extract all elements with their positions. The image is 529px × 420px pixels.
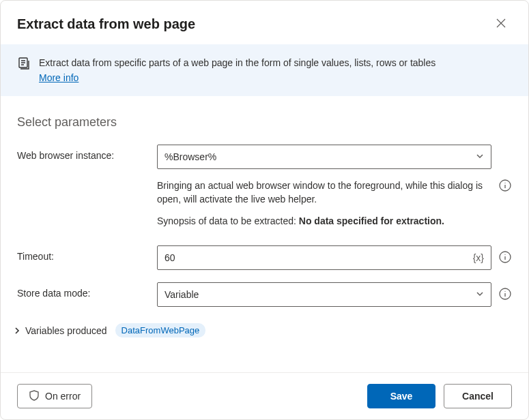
svg-point-6 <box>504 290 505 291</box>
footer-buttons: Save Cancel <box>367 384 512 408</box>
info-icon <box>499 179 511 194</box>
row-store: Store data mode: Variable <box>17 282 512 307</box>
dialog-content: Select parameters Web browser instance: … <box>1 96 528 372</box>
dialog-title: Extract data from web page <box>17 16 195 32</box>
variables-produced-expander[interactable]: Variables produced <box>13 325 107 336</box>
chevron-down-icon <box>476 151 484 162</box>
svg-point-4 <box>504 254 505 254</box>
more-info-link[interactable]: More info <box>39 71 78 85</box>
browser-info-button[interactable] <box>498 179 512 193</box>
banner-text: Extract data from specific parts of a we… <box>39 56 435 85</box>
chevron-down-icon <box>476 289 484 300</box>
extract-icon <box>17 57 31 70</box>
browser-helper-text: Bringing an actual web browser window to… <box>157 179 491 206</box>
label-timeout: Timeout: <box>17 245 157 262</box>
info-banner: Extract data from specific parts of a we… <box>1 44 528 96</box>
timeout-value: 60 <box>165 252 175 263</box>
synopsis-value: No data specified for extraction. <box>299 215 444 226</box>
chevron-right-icon <box>13 327 21 335</box>
timeout-input[interactable]: 60 {x} <box>157 245 491 270</box>
label-browser: Web browser instance: <box>17 145 157 161</box>
cancel-button[interactable]: Cancel <box>444 384 512 408</box>
on-error-label: On error <box>45 391 81 402</box>
shield-icon <box>29 390 40 403</box>
store-mode-value: Variable <box>165 289 199 300</box>
store-info-button[interactable] <box>498 288 512 301</box>
label-store: Store data mode: <box>17 282 157 299</box>
variables-produced-label: Variables produced <box>25 325 107 336</box>
timeout-info-button[interactable] <box>498 251 512 265</box>
banner-description: Extract data from specific parts of a we… <box>39 57 435 68</box>
synopsis-prefix: Synopsis of data to be extracted: <box>157 215 299 226</box>
browser-instance-value: %Browser% <box>165 151 216 162</box>
on-error-button[interactable]: On error <box>17 384 92 408</box>
dialog-header: Extract data from web page <box>1 1 528 44</box>
section-title: Select parameters <box>17 115 512 130</box>
close-button[interactable] <box>490 13 512 35</box>
dialog-footer: On error Save Cancel <box>1 372 528 419</box>
browser-instance-select[interactable]: %Browser% <box>157 145 491 169</box>
svg-point-2 <box>504 182 505 183</box>
variables-produced-row: Variables produced DataFromWebPage <box>13 323 512 338</box>
row-timeout: Timeout: 60 {x} <box>17 245 512 270</box>
variable-picker-button[interactable]: {x} <box>473 252 484 263</box>
row-browser: Web browser instance: %Browser% Bringing… <box>17 145 512 228</box>
variable-chip[interactable]: DataFromWebPage <box>115 323 206 338</box>
info-icon <box>499 288 511 302</box>
close-icon <box>496 18 506 30</box>
info-icon <box>499 251 511 265</box>
dialog: Extract data from web page Extract data … <box>0 0 529 420</box>
store-mode-select[interactable]: Variable <box>157 282 491 307</box>
save-button[interactable]: Save <box>367 384 435 408</box>
synopsis-text: Synopsis of data to be extracted: No dat… <box>157 214 491 228</box>
